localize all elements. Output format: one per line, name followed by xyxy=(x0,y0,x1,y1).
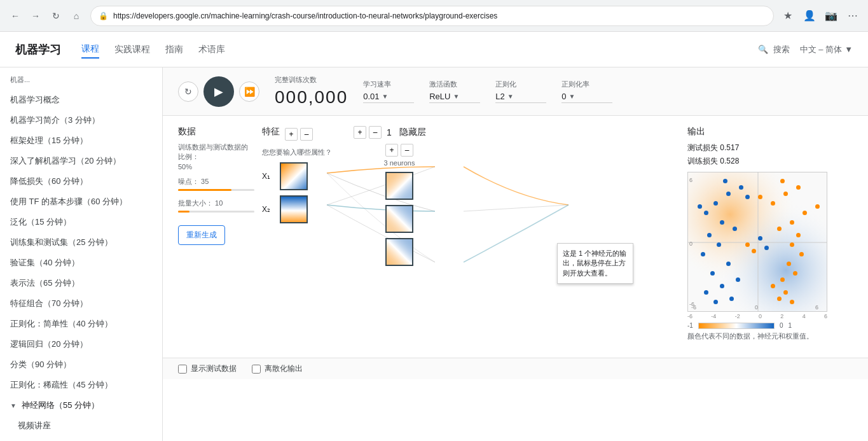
sidebar-item-logistic[interactable]: 逻辑回归（20 分钟） xyxy=(0,334,162,354)
dot xyxy=(758,236,762,241)
body-layout: 机器... 机器学习概念 机器学习简介（3 分钟） 框架处理（15 分钟） 深入… xyxy=(0,67,868,441)
svg-rect-2 xyxy=(387,173,413,200)
data-title: 数据 xyxy=(178,126,254,137)
feature-x2: X₂ xyxy=(262,195,343,223)
remove-layer-button[interactable]: – xyxy=(369,126,382,139)
sidebar-item-structure[interactable]: 结构 xyxy=(0,436,162,441)
nav-link-guide[interactable]: 指南 xyxy=(165,41,183,58)
feature-x2-box[interactable] xyxy=(280,195,308,223)
sidebar-item-video-lecture[interactable]: 视频讲座 xyxy=(0,416,162,436)
regularization-rate-select[interactable]: 0 ▼ xyxy=(561,92,612,103)
regen-button[interactable]: 重新生成 xyxy=(178,225,225,245)
dot xyxy=(780,179,785,183)
back-button[interactable]: ← xyxy=(6,7,24,25)
data-info: 训练数据与测试数据的比例： 50% xyxy=(178,143,254,172)
sidebar-item-representation[interactable]: 表示法（65 分钟） xyxy=(0,273,162,293)
sidebar-item-classification[interactable]: 分类（90 分钟） xyxy=(0,354,162,375)
regularization-select[interactable]: L2 ▼ xyxy=(495,92,546,103)
nav-link-course[interactable]: 课程 xyxy=(81,41,99,59)
regularization-label: 正则化 xyxy=(495,80,546,89)
sidebar-item-ml-concepts[interactable]: 机器学习概念 xyxy=(0,90,162,110)
sidebar-item-train-test[interactable]: 训练集和测试集（25 分钟） xyxy=(0,232,162,253)
hidden-layers-title: 隐藏层 xyxy=(399,127,426,138)
neuron-tooltip: 这是 1 个神经元的输出，鼠标悬停在上方则开放大查看。 xyxy=(557,243,633,284)
noise-slider-track[interactable] xyxy=(178,189,254,191)
dot xyxy=(698,204,702,209)
bookmark-icon[interactable]: ★ xyxy=(779,7,797,25)
forward-button[interactable]: → xyxy=(27,7,45,25)
show-test-checkbox-item: 显示测试数据 xyxy=(178,363,237,374)
reload-button[interactable]: ↻ xyxy=(47,7,65,25)
dot xyxy=(793,271,797,276)
sidebar-item-regularization-sparse[interactable]: 正则化：稀疏性（45 分钟） xyxy=(0,375,162,395)
show-test-checkbox[interactable] xyxy=(178,365,187,374)
language-selector[interactable]: 中文 – 简体 ▼ xyxy=(800,44,853,55)
discretize-checkbox[interactable] xyxy=(252,365,261,374)
neurons-layer xyxy=(385,172,413,266)
spacer xyxy=(445,126,687,347)
add-neuron-button[interactable]: + xyxy=(385,144,398,157)
sidebar-item-framing[interactable]: 框架处理（15 分钟） xyxy=(0,130,162,151)
dot xyxy=(720,284,724,288)
address-bar[interactable]: 🔒 https://developers.google.cn/machine-l… xyxy=(90,6,774,26)
discretize-label: 离散化输出 xyxy=(265,363,303,374)
dot xyxy=(710,271,715,276)
features-add-button[interactable]: + xyxy=(285,128,298,141)
output-title: 输出 xyxy=(687,126,853,137)
legend-desc: 颜色代表不同的数据，神经元和权重值。 xyxy=(687,332,827,341)
sidebar-item-tf-basics[interactable]: 使用 TF 的基本步骤（60 分钟） xyxy=(0,192,162,212)
dot xyxy=(717,242,721,247)
learning-rate-group: 学习速率 0.01 ▼ xyxy=(363,80,414,103)
batch-slider-container: 批量大小： 10 xyxy=(178,199,254,213)
learning-rate-select[interactable]: 0.01 ▼ xyxy=(363,92,414,103)
remove-neuron-button[interactable]: – xyxy=(401,144,413,157)
sidebar-item-reduce-loss[interactable]: 降低损失（60 分钟） xyxy=(0,171,162,192)
sidebar-breadcrumb: 机器... xyxy=(0,73,162,90)
batch-slider-track[interactable] xyxy=(178,211,254,213)
nav-link-glossary[interactable]: 术语库 xyxy=(198,41,225,58)
top-nav: 机器学习 课程 实践课程 指南 术语库 🔍 搜索 中文 – 简体 ▼ xyxy=(0,32,868,67)
output-stats: 测试损失 0.517 训练损失 0.528 xyxy=(687,143,853,167)
chevron-down-icon: ▼ xyxy=(507,93,514,100)
play-button[interactable]: ▶ xyxy=(203,76,234,107)
profile-icon[interactable]: 👤 xyxy=(801,7,818,25)
dot xyxy=(745,195,750,199)
nav-link-practice[interactable]: 实践课程 xyxy=(114,41,150,58)
legend-left: -1 xyxy=(687,322,693,329)
search-box[interactable]: 🔍 搜索 xyxy=(758,44,790,55)
bottom-bar: 显示测试数据 离散化输出 xyxy=(163,358,868,379)
dot xyxy=(723,179,727,183)
sidebar-item-validation[interactable]: 验证集（40 分钟） xyxy=(0,253,162,273)
hidden-layers-header: + – 1 隐藏层 xyxy=(354,126,445,139)
neuron-box-1[interactable] xyxy=(385,172,413,200)
sidebar-item-feature-combo[interactable]: 特征组合（70 分钟） xyxy=(0,293,162,314)
sidebar-item-deep-ml[interactable]: 深入了解机器学习（20 分钟） xyxy=(0,151,162,171)
activation-select[interactable]: ReLU ▼ xyxy=(429,92,480,103)
features-remove-button[interactable]: – xyxy=(300,128,313,141)
neuron-box-3[interactable] xyxy=(385,238,413,266)
share-icon[interactable]: 📷 xyxy=(822,7,840,25)
neuron-box-2[interactable] xyxy=(385,205,413,233)
feature-x2-label: X₂ xyxy=(262,205,275,214)
play-controls: ↻ ▶ ⏩ xyxy=(178,76,259,107)
sidebar-item-regularization-simplicity[interactable]: 正则化：简单性（40 分钟） xyxy=(0,314,162,334)
chevron-down-icon: ▼ xyxy=(10,402,17,409)
chevron-down-icon: ▼ xyxy=(844,45,853,54)
dot xyxy=(783,290,788,295)
step-button[interactable]: ⏩ xyxy=(239,81,259,102)
feature-x1: X₁ xyxy=(262,162,343,190)
sidebar-item-neural-networks[interactable]: ▼ 神经网络（55 分钟） xyxy=(0,395,162,416)
sidebar-item-ml-intro[interactable]: 机器学习简介（3 分钟） xyxy=(0,110,162,130)
home-button[interactable]: ⌂ xyxy=(67,7,85,25)
feature-x1-box[interactable] xyxy=(280,162,308,190)
language-label: 中文 – 简体 xyxy=(800,44,842,55)
more-icon[interactable]: ⋯ xyxy=(844,7,862,25)
dot xyxy=(745,242,750,247)
svg-text:0: 0 xyxy=(689,241,692,247)
sidebar-item-generalization[interactable]: 泛化（15 分钟） xyxy=(0,212,162,232)
reset-button[interactable]: ↻ xyxy=(178,81,198,102)
add-layer-button[interactable]: + xyxy=(354,126,366,139)
chevron-down-icon: ▼ xyxy=(453,93,459,100)
nav-buttons: ← → ↻ ⌂ xyxy=(6,7,85,25)
dot xyxy=(704,211,708,215)
